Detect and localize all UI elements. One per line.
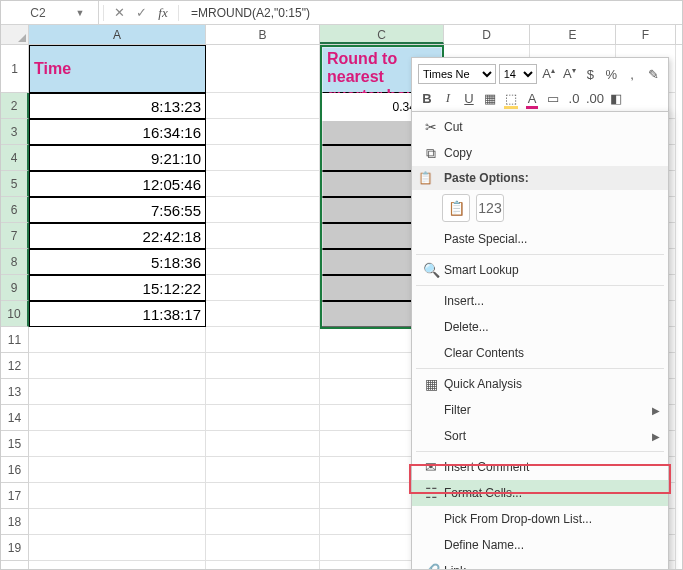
cell[interactable] — [206, 197, 320, 223]
cell[interactable] — [29, 509, 206, 535]
row-header[interactable]: 18 — [1, 509, 29, 535]
borders-icon[interactable]: ▦ — [481, 91, 499, 106]
cell[interactable] — [206, 509, 320, 535]
cell[interactable] — [206, 119, 320, 145]
row-header[interactable]: 11 — [1, 327, 29, 353]
cell[interactable]: 11:38:17 — [29, 301, 206, 327]
row-header[interactable]: 3 — [1, 119, 29, 145]
menu-format-cells[interactable]: ☷Format Cells... — [412, 480, 668, 506]
row-header[interactable]: 15 — [1, 431, 29, 457]
col-header-f[interactable]: F — [616, 25, 676, 44]
menu-insert-comment[interactable]: ✉Insert Comment — [412, 454, 668, 480]
cell-a1[interactable]: Time — [29, 45, 206, 93]
row-header[interactable]: 2 — [1, 93, 29, 119]
cell[interactable]: 8:13:23 — [29, 93, 206, 119]
cell[interactable] — [29, 483, 206, 509]
menu-paste-special[interactable]: Paste Special... — [412, 226, 668, 252]
paste-values-button[interactable]: 123 — [476, 194, 504, 222]
font-color-icon[interactable]: A — [523, 91, 541, 106]
cell[interactable] — [29, 405, 206, 431]
font-size-select[interactable]: 14 — [499, 64, 537, 84]
name-box[interactable]: ▼ — [1, 1, 99, 24]
paste-default-button[interactable]: 📋 — [442, 194, 470, 222]
row-header[interactable]: 4 — [1, 145, 29, 171]
merge-icon[interactable]: ▭ — [544, 91, 562, 106]
menu-insert[interactable]: Insert... — [412, 288, 668, 314]
cancel-icon[interactable]: ✕ — [108, 5, 130, 20]
row-header[interactable]: 12 — [1, 353, 29, 379]
chevron-down-icon[interactable]: ▼ — [73, 8, 87, 18]
cell[interactable] — [206, 301, 320, 327]
cell[interactable] — [206, 145, 320, 171]
format-painter-icon[interactable]: ✎ — [644, 67, 662, 82]
cell[interactable] — [29, 535, 206, 561]
select-all-corner[interactable] — [1, 25, 29, 44]
menu-clear-contents[interactable]: Clear Contents — [412, 340, 668, 366]
confirm-icon[interactable]: ✓ — [130, 5, 152, 20]
cell[interactable] — [206, 405, 320, 431]
comma-icon[interactable]: , — [623, 67, 641, 82]
cell[interactable] — [206, 353, 320, 379]
currency-icon[interactable]: $ — [581, 67, 599, 82]
cell[interactable]: 12:05:46 — [29, 171, 206, 197]
cell[interactable] — [206, 561, 320, 570]
cell[interactable]: 16:34:16 — [29, 119, 206, 145]
menu-cut[interactable]: ✂Cut — [412, 114, 668, 140]
cell[interactable]: 5:18:36 — [29, 249, 206, 275]
menu-delete[interactable]: Delete... — [412, 314, 668, 340]
row-header[interactable]: 6 — [1, 197, 29, 223]
cell[interactable] — [29, 561, 206, 570]
cell[interactable] — [206, 327, 320, 353]
cell[interactable]: 9:21:10 — [29, 145, 206, 171]
col-header-c[interactable]: C — [320, 25, 444, 44]
row-header[interactable]: 10 — [1, 301, 29, 327]
increase-decimal-icon[interactable]: .00 — [586, 91, 604, 106]
italic-icon[interactable]: I — [439, 90, 457, 106]
menu-sort[interactable]: Sort▶ — [412, 423, 668, 449]
row-header[interactable]: 17 — [1, 483, 29, 509]
row-header[interactable]: 8 — [1, 249, 29, 275]
percent-icon[interactable]: % — [602, 67, 620, 82]
col-header-e[interactable]: E — [530, 25, 616, 44]
increase-font-icon[interactable]: A▴ — [540, 66, 558, 81]
underline-icon[interactable]: U — [460, 91, 478, 106]
cell[interactable] — [206, 457, 320, 483]
row-header[interactable]: 13 — [1, 379, 29, 405]
row-header[interactable]: 19 — [1, 535, 29, 561]
row-header[interactable]: 1 — [1, 45, 29, 93]
name-box-input[interactable] — [3, 5, 73, 21]
cell[interactable]: 22:42:18 — [29, 223, 206, 249]
menu-link[interactable]: 🔗Link — [412, 558, 668, 570]
menu-filter[interactable]: Filter▶ — [412, 397, 668, 423]
fill-color-icon[interactable]: ⬚ — [502, 91, 520, 106]
row-header[interactable]: 9 — [1, 275, 29, 301]
row-header[interactable]: 5 — [1, 171, 29, 197]
cell[interactable] — [206, 171, 320, 197]
row-header[interactable]: 14 — [1, 405, 29, 431]
font-select[interactable]: Times Ne — [418, 64, 496, 84]
cell[interactable]: 7:56:55 — [29, 197, 206, 223]
col-header-a[interactable]: A — [29, 25, 206, 44]
row-header[interactable]: 7 — [1, 223, 29, 249]
col-header-d[interactable]: D — [444, 25, 530, 44]
cell[interactable] — [206, 535, 320, 561]
menu-smart-lookup[interactable]: 🔍Smart Lookup — [412, 257, 668, 283]
cell[interactable] — [29, 353, 206, 379]
row-header[interactable]: 20 — [1, 561, 29, 570]
clear-format-icon[interactable]: ◧ — [607, 91, 625, 106]
menu-copy[interactable]: ⧉Copy — [412, 140, 668, 166]
cell[interactable] — [206, 249, 320, 275]
cell[interactable] — [206, 275, 320, 301]
cell[interactable] — [29, 431, 206, 457]
decrease-decimal-icon[interactable]: .0 — [565, 91, 583, 106]
cell[interactable] — [29, 457, 206, 483]
cell[interactable] — [206, 483, 320, 509]
cell[interactable] — [206, 379, 320, 405]
fx-icon[interactable]: fx — [152, 5, 174, 21]
cell-b1[interactable] — [206, 45, 320, 93]
menu-pick-from-list[interactable]: Pick From Drop-down List... — [412, 506, 668, 532]
col-header-b[interactable]: B — [206, 25, 320, 44]
cell[interactable] — [206, 223, 320, 249]
cell[interactable]: 15:12:22 — [29, 275, 206, 301]
formula-input[interactable] — [183, 5, 682, 21]
